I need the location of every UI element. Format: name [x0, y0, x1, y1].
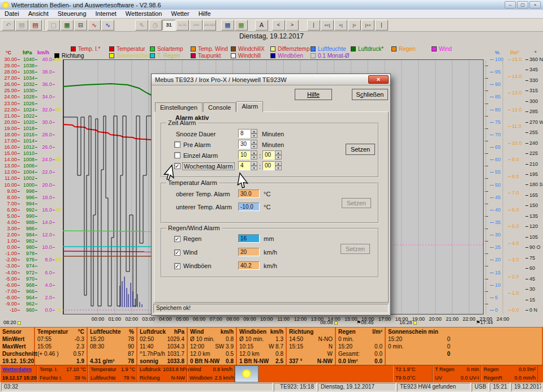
spin-up-icon[interactable]: ▲	[275, 161, 282, 166]
legend-item-t-regen[interactable]: T. Regen	[150, 53, 180, 58]
legend-item-0-1-monat-[interactable]: 0.1 Monat-Ø	[311, 53, 350, 58]
spin-down-icon[interactable]: ▼	[251, 155, 257, 160]
spin-up-icon[interactable]: ▲	[251, 140, 257, 144]
toolbar-button->[interactable]: >	[286, 20, 299, 31]
wochentag-mm-spinner[interactable]: 00 ▲▼	[262, 161, 282, 170]
wochentag-hh-value[interactable]: 4	[238, 161, 251, 170]
legend-item-regen[interactable]: Regen	[391, 46, 415, 51]
save-icon[interactable]: ▤	[15, 20, 28, 31]
spin-up-icon[interactable]: ▲	[251, 129, 257, 133]
spin-down-icon[interactable]: ▼	[251, 133, 257, 138]
tab-einstellungen[interactable]: Einstellungen	[155, 102, 202, 112]
wochentag-alarm-checkbox[interactable]: ✓	[174, 163, 180, 169]
legend-item-luftdruck-[interactable]: Luftdruck*	[351, 46, 383, 51]
toolbar-button-JAN[interactable]: JAN	[189, 20, 202, 31]
einzel-hh-spinner[interactable]: 10 ▲▼	[238, 150, 257, 160]
hilfe-button[interactable]: Hilfe	[295, 89, 332, 100]
tab-alarm[interactable]: Alarm	[236, 101, 263, 112]
spin-up-icon[interactable]: ▲	[251, 161, 257, 166]
menu-item-wetter[interactable]: Wetter	[166, 10, 193, 18]
print-icon[interactable]: ⊟	[74, 20, 87, 31]
legend-item-solartemp[interactable]: Solartemp	[150, 46, 183, 51]
pre-alarm-spinner[interactable]: 30 ▲▼	[238, 140, 257, 149]
tab-console[interactable]: Console	[203, 102, 236, 112]
windboeen-checkbox[interactable]: ✓	[174, 263, 180, 269]
wochentag-mm-value[interactable]: 00	[262, 161, 275, 170]
einzel-mm-value[interactable]: 00	[262, 150, 275, 160]
regen-setzen-button[interactable]: Setzen	[341, 244, 370, 254]
toolbar-button-11-31[interactable]: 11-31	[176, 20, 189, 31]
einzel-alarm-checkbox[interactable]	[174, 152, 180, 158]
wind-checkbox[interactable]: ✓	[174, 249, 180, 256]
windboeen-field[interactable]: 40.2	[238, 261, 260, 270]
einzel-mm-spinner[interactable]: 00 ▲▼	[262, 150, 282, 160]
pre-alarm-checkbox[interactable]	[174, 141, 180, 148]
save-red-icon[interactable]: ▤	[29, 20, 42, 31]
zeit-setzen-button[interactable]: Setzen	[346, 144, 375, 155]
dialog-close-icon[interactable]: ×	[368, 75, 389, 84]
toolbar-button-<|[interactable]: <|	[334, 20, 347, 31]
toolbar-button-31[interactable]: 31	[162, 20, 175, 31]
table-icon[interactable]: ▦	[221, 20, 234, 31]
toolbar-button-A[interactable]: A	[255, 20, 268, 31]
pre-alarm-value[interactable]: 30	[238, 140, 251, 149]
spin-down-icon[interactable]: ▼	[275, 166, 282, 170]
einzel-hh-value[interactable]: 10	[238, 150, 251, 160]
regen-field[interactable]: 16	[238, 234, 260, 243]
toolbar: ↶▤▤▢▦⊟∿∿⇖◷3111-31JANJAN-DEZ▦▦A<>|<<|<||>…	[0, 19, 543, 32]
toolbar-button-<[interactable]: <	[272, 20, 285, 31]
toolbar-button-|[interactable]: |	[307, 20, 320, 31]
legend-item-temp-wind[interactable]: Temp. Wind	[191, 46, 228, 51]
menu-item-ansicht[interactable]: Ansicht	[24, 10, 53, 18]
close-button[interactable]: ×	[529, 1, 541, 8]
minimize-button[interactable]: –	[505, 1, 516, 8]
legend-item-luftfeuchte[interactable]: Luftfeuchte	[311, 46, 346, 51]
legend-item-wind[interactable]: Wind	[432, 46, 452, 51]
legend-item-windchillx[interactable]: WindchillX	[231, 46, 265, 51]
clock-icon[interactable]: ◷	[149, 20, 162, 31]
spin-down-icon[interactable]: ▼	[251, 144, 257, 149]
pointer-icon[interactable]: ⇖	[135, 20, 148, 31]
table-minmax-icon[interactable]: ▦	[235, 20, 248, 31]
undo-icon[interactable]: ↶	[2, 20, 15, 31]
menu-item-hilfe[interactable]: Hilfe	[194, 10, 216, 18]
spin-up-icon[interactable]: ▲	[251, 150, 257, 155]
toolbar-button-JAN-DEZ[interactable]: JAN-DEZ	[203, 20, 216, 31]
legend-item-differnztemp[interactable]: Differnztemp	[270, 46, 310, 51]
legend-item-temp-i-[interactable]: Temp. I.*	[71, 46, 100, 51]
regen-checkbox[interactable]: ✓	[174, 236, 180, 242]
legend-item-windb-en[interactable]: Windböen	[270, 53, 303, 58]
snooze-value[interactable]: 8	[238, 129, 251, 138]
menu-item-datei[interactable]: Datei	[0, 10, 24, 18]
oberer-temp-field[interactable]: 30.0	[238, 189, 260, 198]
new-icon[interactable]: ▢	[47, 20, 60, 31]
dialog-title-bar[interactable]: Mebus TE923 / Irox Pro-X / Honeywell TE9…	[152, 74, 390, 85]
spin-up-icon[interactable]: ▲	[275, 150, 282, 155]
unterer-temp-field[interactable]: -10.0	[238, 203, 260, 211]
menu-item-wetterstation[interactable]: Wetterstation	[121, 10, 167, 18]
legend-item-temperatur[interactable]: Temperatur	[109, 46, 145, 51]
toolbar-button-|>[interactable]: |>	[348, 20, 361, 31]
legend-item-windchill[interactable]: Windchill	[231, 53, 261, 58]
spin-down-icon[interactable]: ▼	[275, 155, 282, 160]
temp-setzen-button[interactable]: Setzen	[342, 198, 371, 208]
menu-item-steuerung[interactable]: Steuerung	[53, 10, 91, 18]
edit-chart-icon[interactable]: ▦	[61, 20, 74, 31]
maximize-button[interactable]: ▢	[517, 1, 528, 8]
legend-item-sonnenschein[interactable]: Sonnenschein	[109, 53, 152, 58]
spin-down-icon[interactable]: ▼	[251, 166, 257, 170]
toolbar-button-<<|[interactable]: <<|	[321, 20, 334, 31]
wochentag-hh-spinner[interactable]: 4 ▲▼	[238, 161, 257, 170]
livebar-cell: T Regen0 minUV0.0 UV-I	[433, 365, 481, 382]
toolbar-button-|[interactable]: |	[375, 20, 388, 31]
wind-field[interactable]: 20	[238, 248, 260, 256]
legend-item-taupunkt[interactable]: Taupunkt	[191, 53, 221, 58]
chart-blue-icon[interactable]: ∿	[101, 20, 114, 31]
wetterdaten-link[interactable]: Wetterdaten	[2, 367, 32, 373]
snooze-spinner[interactable]: 8 ▲▼	[238, 129, 257, 138]
schliessen-button[interactable]: Schließen	[352, 89, 388, 100]
toolbar-button-|>>[interactable]: |>>	[361, 20, 374, 31]
menu-item-internet[interactable]: Internet	[91, 10, 121, 18]
chart-red-icon[interactable]: ∿	[88, 20, 101, 31]
axis-label: 29.00	[1, 63, 17, 68]
